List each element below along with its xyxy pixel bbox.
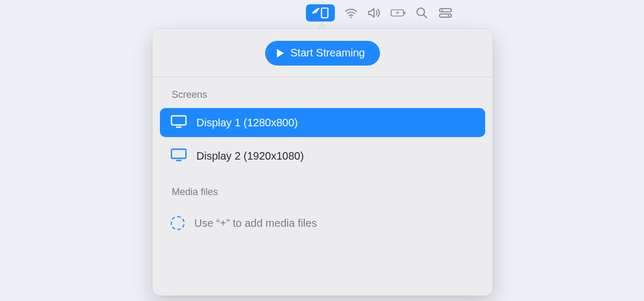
display-icon <box>171 148 187 163</box>
start-streaming-button[interactable]: Start Streaming <box>265 41 380 66</box>
add-placeholder-icon <box>171 216 185 230</box>
search-icon[interactable] <box>414 5 429 20</box>
screen-row-display-1[interactable]: Display 1 (1280x800) <box>160 108 485 137</box>
battery-charging-icon[interactable] <box>391 5 406 20</box>
streaming-popover: Start Streaming Screens Display 1 (1280x… <box>152 29 493 296</box>
screen-label: Display 2 (1920x1080) <box>196 150 304 162</box>
menubar-icons <box>306 4 453 22</box>
media-placeholder-label: Use “+” to add media files <box>194 217 317 230</box>
screens-section-label: Screens <box>152 77 493 108</box>
menubar <box>0 4 644 22</box>
svg-point-9 <box>448 15 449 16</box>
screen-label: Display 1 (1280x800) <box>196 117 298 129</box>
control-center-icon[interactable] <box>438 5 453 20</box>
media-section-label: Media files <box>152 175 493 205</box>
popover-header: Start Streaming <box>152 29 493 77</box>
cast-icon[interactable] <box>306 4 335 22</box>
svg-rect-0 <box>321 8 328 18</box>
wifi-icon[interactable] <box>343 5 358 20</box>
svg-rect-12 <box>172 149 186 159</box>
svg-rect-6 <box>440 9 451 12</box>
start-streaming-label: Start Streaming <box>290 47 365 59</box>
play-icon <box>277 49 284 58</box>
svg-rect-10 <box>172 116 186 125</box>
media-placeholder-row[interactable]: Use “+” to add media files <box>160 209 485 238</box>
volume-icon[interactable] <box>367 5 382 20</box>
svg-rect-8 <box>440 14 451 17</box>
svg-point-7 <box>441 9 443 11</box>
svg-line-5 <box>424 15 427 18</box>
svg-rect-3 <box>404 12 405 15</box>
svg-point-1 <box>350 16 352 18</box>
screen-row-display-2[interactable]: Display 2 (1920x1080) <box>160 141 485 170</box>
display-icon <box>171 115 187 130</box>
